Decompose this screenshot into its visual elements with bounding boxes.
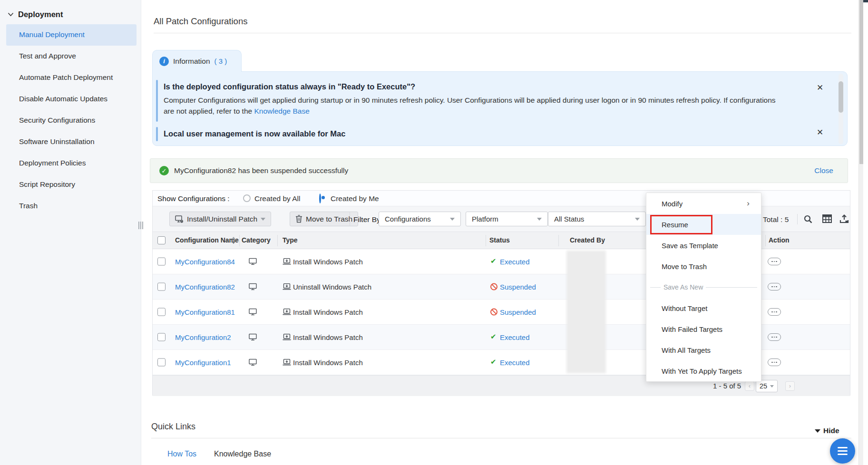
row-actions-button[interactable]: [768, 358, 781, 366]
quick-link-knowledge-base[interactable]: Knowledge Base: [214, 450, 271, 458]
patch-type-icon: [283, 283, 291, 290]
column-header-configuration-name[interactable]: Configuration Name: [175, 236, 239, 244]
row-checkbox[interactable]: [157, 283, 166, 291]
sidebar-item-manual-deployment[interactable]: Manual Deployment: [6, 24, 137, 46]
radio-created-by-all-label[interactable]: Created by All: [254, 194, 301, 203]
quick-link-how-tos[interactable]: How Tos: [167, 450, 196, 458]
hide-quick-links-button[interactable]: Hide: [815, 426, 839, 435]
type-label: Install Windows Patch: [293, 333, 363, 341]
info-item-accent-bar: [156, 127, 158, 141]
sidebar-item-software-uninstallation[interactable]: Software Uninstallation: [6, 131, 137, 152]
menu-item-label: Modify: [662, 200, 683, 208]
column-divider: [558, 235, 559, 246]
search-icon[interactable]: [803, 214, 813, 224]
column-header-action[interactable]: Action: [769, 236, 790, 244]
radio-created-by-all[interactable]: [243, 194, 251, 202]
row-checkbox[interactable]: [157, 358, 166, 367]
sidebar-item-deployment-policies[interactable]: Deployment Policies: [6, 152, 137, 174]
row-checkbox[interactable]: [157, 308, 166, 316]
alert-close-link[interactable]: Close: [814, 166, 833, 175]
select-all-checkbox[interactable]: [157, 236, 166, 244]
menu-item-label: With All Targets: [662, 346, 711, 354]
status-executed-icon: [490, 333, 498, 341]
next-page-button[interactable]: ›: [785, 381, 795, 391]
floating-menu-button[interactable]: [830, 438, 855, 464]
close-icon[interactable]: [816, 128, 824, 137]
tab-information[interactable]: i Information ( 3 ): [152, 50, 242, 72]
menu-item-label: Resume: [662, 221, 688, 229]
filter-configurations-dropdown[interactable]: Configurations: [379, 212, 461, 226]
success-alert: MyConfiguration82 has been suspended suc…: [150, 158, 848, 183]
sidebar-item-security-configurations[interactable]: Security Configurations: [6, 110, 137, 131]
sidebar-resize-handle[interactable]: [138, 222, 143, 229]
row-checkbox[interactable]: [157, 333, 166, 341]
configuration-name-link[interactable]: MyConfiguration1: [175, 358, 231, 367]
column-header-type[interactable]: Type: [283, 236, 298, 244]
menu-item-with-all-targets[interactable]: With All Targets: [646, 339, 761, 360]
radio-created-by-me-label[interactable]: Created by Me: [331, 194, 379, 203]
move-to-trash-button[interactable]: Move to Trash: [290, 212, 358, 226]
menu-item-modify[interactable]: Modify ›: [646, 193, 761, 214]
configuration-name-link[interactable]: MyConfiguration84: [175, 258, 235, 266]
row-actions-button[interactable]: [768, 283, 781, 291]
status-link[interactable]: Executed: [500, 258, 530, 266]
menu-item-without-target[interactable]: Without Target: [646, 298, 761, 319]
previous-page-button[interactable]: ‹: [745, 381, 754, 391]
page-size-value: 25: [760, 382, 767, 390]
sidebar-item-automate-patch-deployment[interactable]: Automate Patch Deployment: [6, 67, 137, 88]
menu-item-with-failed-targets[interactable]: With Failed Targets: [646, 319, 761, 339]
status-link[interactable]: Suspended: [500, 308, 536, 316]
row-actions-button[interactable]: [768, 258, 781, 265]
sidebar-item-script-repository[interactable]: Script Repository: [6, 174, 137, 195]
info-panel-scrollbar[interactable]: [839, 74, 843, 144]
menu-item-move-to-trash[interactable]: Move to Trash: [646, 256, 761, 277]
chevron-down-icon: [8, 12, 14, 17]
row-actions-button[interactable]: [768, 333, 781, 341]
configuration-name-link[interactable]: MyConfiguration81: [175, 308, 235, 316]
knowledge-base-link[interactable]: Knowledge Base: [254, 107, 309, 115]
sidebar-item-disable-automatic-updates[interactable]: Disable Automatic Updates: [6, 88, 137, 110]
sidebar-section-deployment[interactable]: Deployment: [8, 10, 63, 19]
row-checkbox[interactable]: [157, 258, 166, 266]
type-label: Install Windows Patch: [293, 258, 363, 266]
caret-down-icon: [815, 429, 820, 433]
trash-icon: [295, 215, 302, 223]
column-header-created-by[interactable]: Created By: [570, 236, 605, 244]
status-link[interactable]: Executed: [500, 333, 530, 341]
sort-icon[interactable]: [231, 237, 236, 244]
window-scrollbar[interactable]: [858, 0, 863, 465]
type-label: Uninstall Windows Patch: [293, 283, 371, 291]
menu-group-save-as-new: Save As New: [646, 277, 761, 298]
success-check-icon: [159, 166, 169, 175]
type-label: Install Windows Patch: [293, 358, 363, 367]
menu-item-save-as-template[interactable]: Save as Template: [646, 235, 761, 256]
row-actions-button[interactable]: [768, 308, 781, 316]
close-icon[interactable]: [816, 84, 824, 92]
radio-created-by-me[interactable]: [319, 194, 321, 203]
menu-item-with-yet-to-apply-targets[interactable]: With Yet To Apply Targets: [646, 360, 761, 381]
column-header-category[interactable]: Category: [242, 236, 271, 244]
computer-category-icon: [249, 258, 257, 265]
window-scrollbar-thumb[interactable]: [859, 0, 863, 164]
info-item-accent-bar: [156, 80, 158, 122]
column-header-status[interactable]: Status: [489, 236, 510, 244]
info-panel-scrollbar-thumb[interactable]: [839, 81, 843, 113]
status-executed-icon: [490, 258, 498, 265]
status-link[interactable]: Suspended: [500, 283, 536, 291]
information-tab-label: Information: [173, 57, 210, 66]
export-icon[interactable]: [839, 214, 849, 223]
filter-platform-dropdown[interactable]: Platform: [466, 212, 548, 226]
filter-status-dropdown[interactable]: All Status: [548, 212, 646, 226]
menu-item-resume[interactable]: Resume: [646, 214, 761, 235]
hide-label: Hide: [823, 426, 839, 435]
sidebar-item-trash[interactable]: Trash: [6, 195, 137, 216]
status-link[interactable]: Executed: [500, 358, 530, 367]
sidebar-section-label: Deployment: [18, 10, 63, 19]
caret-down-icon: [450, 218, 455, 221]
install-uninstall-patch-button[interactable]: Install/Uninstall Patch: [169, 212, 271, 226]
configuration-name-link[interactable]: MyConfiguration2: [175, 333, 231, 341]
configuration-name-link[interactable]: MyConfiguration82: [175, 283, 235, 291]
info-item-body-line2-text: are not applied, refer to the: [164, 107, 254, 115]
sidebar-item-test-and-approve[interactable]: Test and Approve: [6, 46, 137, 67]
column-chooser-icon[interactable]: [822, 214, 832, 223]
